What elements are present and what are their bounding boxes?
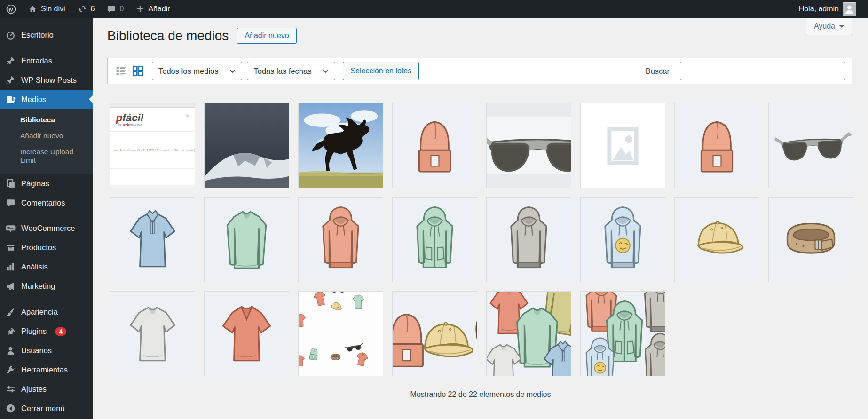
sidebar-item-wp-show-posts[interactable]: WP Show Posts (0, 71, 93, 90)
sidebar-item-label: Escritorio (21, 31, 54, 40)
wp-logo-menu[interactable] (0, 0, 22, 18)
media-item-sunglasses[interactable] (768, 103, 853, 188)
sidebar-item-label: Entradas (21, 56, 52, 65)
pages-icon (6, 179, 16, 189)
sidebar-item-appearance[interactable]: Apariencia (0, 302, 93, 322)
sidebar-item-label: Ajustes (21, 385, 47, 394)
new-label: Añadir (148, 5, 170, 13)
media-item-site-screenshot[interactable]: pfácilby webempresaInian: Actualizado Oc… (110, 103, 195, 188)
help-tab[interactable]: Ayuda (806, 18, 852, 35)
sidebar-item-posts[interactable]: Entradas (0, 51, 93, 71)
sidebar-item-label: Comentarios (21, 198, 65, 207)
bulk-select-button[interactable]: Selección en lotes (343, 62, 419, 80)
tools-icon (6, 365, 16, 375)
sidebar-item-collapse[interactable]: Cerrar menú (0, 399, 93, 418)
media-item-hoodie-orange[interactable] (298, 197, 383, 282)
date-filter[interactable]: Todas las fechas (247, 62, 335, 80)
view-switch (114, 63, 145, 79)
media-item-zip-hoodie-green[interactable] (392, 197, 477, 282)
sidebar-item-plugins[interactable]: Plugins4 (0, 322, 93, 341)
my-account-menu[interactable]: Hola, admin (793, 2, 862, 16)
media-item-polo-blue[interactable] (110, 197, 195, 282)
submenu-item-a-adir-nuevo[interactable]: Añadir nuevo (0, 128, 93, 144)
sidebar-item-marketing[interactable]: Marketing (0, 277, 93, 296)
media-thumbnail (205, 198, 289, 282)
media-item-mountains-photo[interactable] (204, 103, 289, 188)
analytics-icon (6, 262, 16, 272)
sidebar-item-settings[interactable]: Ajustes (0, 379, 93, 399)
media-thumbnail (487, 292, 571, 376)
media-thumbnail (393, 292, 477, 376)
updates-menu[interactable]: 6 (71, 0, 101, 18)
media-item-shirts-group[interactable] (486, 291, 571, 376)
grid-view-button[interactable] (130, 63, 145, 79)
list-view-icon (115, 65, 127, 77)
sidebar-item-comments[interactable]: Comentarios (0, 193, 93, 213)
plus-icon (136, 5, 144, 13)
pin-icon (6, 75, 16, 85)
collapse-icon (6, 403, 16, 413)
home-icon (28, 5, 37, 14)
media-item-image-placeholder[interactable] (580, 103, 665, 188)
media-thumbnail (205, 103, 289, 188)
media-item-beanie-orange-2[interactable] (674, 103, 759, 188)
chevron-down-icon (839, 25, 844, 30)
media-type-filter[interactable]: Todos los medios (152, 62, 242, 80)
sidebar-item-products[interactable]: Productos (0, 238, 93, 257)
list-view-button[interactable] (114, 63, 129, 79)
media-item-vneck-red[interactable] (204, 291, 289, 376)
pin-icon (6, 56, 16, 66)
media-item-belt-brown[interactable] (768, 197, 853, 282)
comments-icon (6, 198, 16, 208)
new-content-menu[interactable]: Añadir (130, 0, 176, 18)
sidebar-item-media[interactable]: Medios (0, 90, 93, 109)
admin-bar: Sin divi 6 0 Añadir Hola, admin (0, 0, 868, 18)
media-thumbnail (110, 198, 195, 282)
site-menu[interactable]: Sin divi (22, 0, 71, 18)
sidebar-item-tools[interactable]: Herramientas (0, 360, 93, 379)
svg-text:by webempresa: by webempresa (118, 123, 142, 126)
media-item-longsleeve-green[interactable] (204, 197, 289, 282)
media-thumbnail (769, 198, 853, 282)
sidebar-item-woocommerce[interactable]: WooWooCommerce (0, 219, 93, 238)
media-item-accessories-group[interactable] (392, 291, 477, 376)
media-item-horse-photo[interactable] (298, 103, 383, 188)
media-item-hoodie-gray[interactable] (486, 197, 571, 282)
media-thumbnail (581, 292, 665, 376)
woo-icon: Woo (6, 223, 16, 233)
users-icon (6, 346, 16, 356)
media-item-hoodies-group[interactable] (580, 291, 665, 376)
submenu-item-increase-upload-limit[interactable]: Increase Upload Limit (0, 144, 93, 168)
media-item-cap-yellow[interactable] (674, 197, 759, 282)
media-item-beanie-orange[interactable] (392, 103, 477, 188)
media-thumbnail (393, 103, 477, 188)
media-thumbnail (769, 103, 853, 188)
media-thumbnail (675, 198, 759, 282)
sidebar-item-label: WP Show Posts (21, 76, 77, 85)
media-grid: pfácilby webempresaInian: Actualizado Oc… (110, 103, 853, 376)
media-item-sunglasses-closeup[interactable] (486, 103, 571, 188)
plugins-icon (6, 326, 16, 336)
sidebar-item-label: Páginas (21, 179, 49, 188)
submenu-item-biblioteca[interactable]: Biblioteca (0, 112, 93, 128)
media-submenu: BibliotecaAñadir nuevoIncrease Upload Li… (0, 109, 93, 174)
sidebar-item-users[interactable]: Usuarios (0, 341, 93, 360)
media-item-tshirt-gray[interactable] (110, 291, 195, 376)
add-new-button[interactable]: Añadir nuevo (237, 28, 296, 44)
search-input[interactable] (680, 62, 845, 80)
marketing-icon (6, 281, 16, 291)
appearance-icon (6, 307, 16, 317)
chevron-down-icon (229, 69, 236, 73)
updates-icon (78, 4, 87, 14)
sidebar-item-analytics[interactable]: Análisis (0, 257, 93, 277)
comments-menu[interactable]: 0 (101, 0, 130, 18)
media-item-hoodie-blue-emoji[interactable] (580, 197, 665, 282)
media-thumbnail (205, 292, 289, 376)
media-thumbnail (581, 103, 665, 188)
media-thumbnail (299, 103, 383, 188)
media-count-status: Mostrando 22 de 22 elementos de medios (93, 390, 868, 399)
sidebar-item-dashboard[interactable]: Escritorio (0, 25, 93, 45)
sidebar-item-label: Cerrar menú (21, 404, 65, 413)
sidebar-item-pages[interactable]: Páginas (0, 174, 93, 193)
media-item-products-scatter[interactable] (298, 291, 383, 376)
